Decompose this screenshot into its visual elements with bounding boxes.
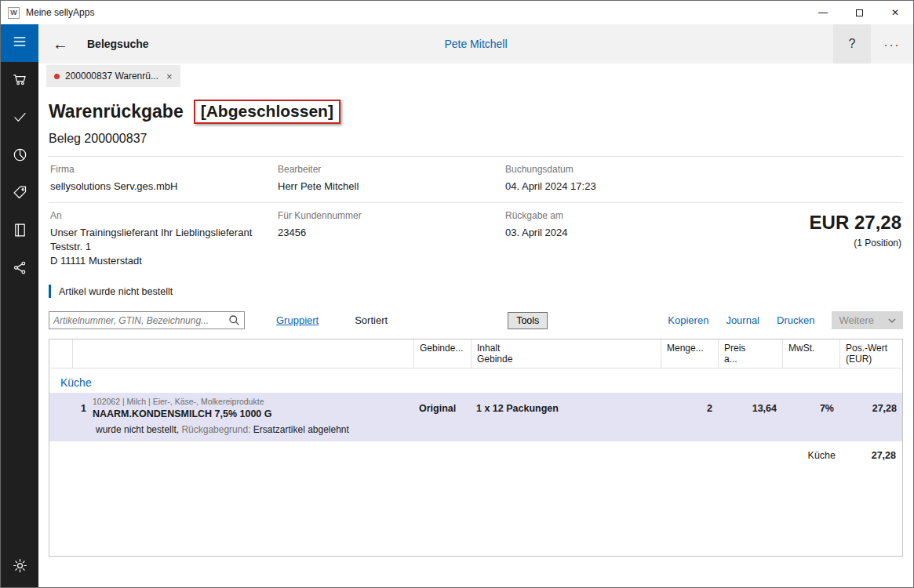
kopieren-link[interactable]: Kopieren	[668, 314, 708, 326]
minimize-button[interactable]: —	[805, 1, 841, 24]
col-header-poswert[interactable]: Pos.-Wert(EUR)	[839, 339, 902, 368]
hint-row: Artikel wurde nicht bestellt	[49, 285, 903, 298]
tab-document[interactable]: 200000837 Warenrü... ×	[46, 65, 180, 87]
row-inhalt: 1 x 12 Packungen	[471, 403, 661, 414]
row-gebinde: Original	[413, 403, 471, 414]
sidebar-item-tasks[interactable]	[1, 100, 38, 137]
tab-bar: 200000837 Warenrü... ×	[38, 64, 913, 89]
field-firma-value: sellysolutions Serv.ges.mbH	[50, 180, 278, 194]
tab-close-icon[interactable]: ×	[166, 71, 173, 82]
col-header-mwst[interactable]: MwSt.	[782, 339, 839, 368]
col-header-preis[interactable]: Preisa...	[718, 339, 782, 368]
row-article-name: NAARM.KONDENSMILCH 7,5% 1000 G	[93, 408, 413, 419]
search-box[interactable]	[49, 311, 245, 329]
document-number: Beleg 200000837	[49, 132, 903, 146]
total-amount: EUR 27,28	[734, 212, 901, 234]
an-line-2: Teststr. 1	[50, 240, 278, 254]
price-tag-icon	[12, 184, 28, 204]
row-note-value: Ersatzartikel abgelehnt	[253, 424, 349, 435]
sidebar-item-settings[interactable]	[1, 548, 38, 586]
col-header-rownum[interactable]	[49, 339, 72, 368]
sidebar-item-share[interactable]	[1, 250, 38, 288]
field-buchungsdatum: Buchungsdatum 04. April 2024 17:23	[505, 164, 734, 194]
field-rueckgabe-value: 03. April 2024	[505, 226, 734, 240]
sidebar	[1, 24, 38, 587]
item-toolbar: Gruppiert Sortiert Tools Kopieren Journa…	[49, 311, 903, 329]
total-positions: (1 Position)	[734, 238, 901, 249]
row-preis: 13,64	[718, 403, 782, 414]
row-note: wurde nicht bestellt, Rückgabegrund: Ers…	[49, 423, 902, 441]
col-header-menge[interactable]: Menge...	[661, 339, 718, 368]
fields-row-1: Firma sellysolutions Serv.ges.mbH Bearbe…	[49, 157, 903, 202]
window-title: Meine sellyApps	[26, 7, 94, 18]
status-badge: [Abgeschlossen]	[194, 100, 340, 124]
field-firma-label: Firma	[50, 164, 278, 175]
field-rueckgabe-label: Rückgabe am	[505, 210, 734, 221]
row-mwst: 7%	[782, 403, 839, 414]
book-icon	[12, 222, 28, 241]
row-description: 102062 | Milch | Eier-, Käse-, Molkereip…	[93, 397, 413, 419]
maximize-icon	[856, 9, 863, 16]
hint-accent-bar	[49, 285, 51, 298]
toolbar-actions: Kopieren Journal Drucken Weitere	[668, 311, 903, 329]
row-menge: 2	[661, 403, 718, 414]
row-category: 102062 | Milch | Eier-, Käse-, Molkereip…	[93, 397, 413, 406]
field-firma: Firma sellysolutions Serv.ges.mbH	[50, 164, 278, 194]
col-header-artikel[interactable]	[72, 339, 413, 368]
page-title: Belegsuche	[87, 38, 149, 50]
field-bearbeiter-label: Bearbeiter	[278, 164, 505, 175]
field-buchungsdatum-value: 04. April 2024 17:23	[505, 180, 734, 194]
document-heading: Warenrückgabe [Abgeschlossen]	[49, 100, 903, 124]
main-column: ← Belegsuche Pete Mitchell ? ··· 2000008…	[38, 24, 913, 587]
sortiert-toggle[interactable]: Sortiert	[355, 314, 388, 326]
maximize-button[interactable]	[841, 1, 877, 24]
sidebar-item-statistics[interactable]	[1, 137, 38, 175]
an-line-3: D 11111 Musterstadt	[50, 254, 278, 268]
hamburger-menu-button[interactable]	[1, 24, 38, 62]
title-bar: W Meine sellyApps — ✕	[1, 1, 913, 24]
pie-chart-icon	[12, 147, 28, 166]
an-line-1: Unser Trainingslieferant Ihr Lieblingsli…	[50, 226, 278, 240]
group-summary-row: Küche 27,28	[49, 441, 902, 466]
more-options-button[interactable]: ···	[871, 24, 913, 64]
gear-icon	[12, 557, 28, 577]
back-button[interactable]: ←	[43, 35, 78, 53]
user-name[interactable]: Pete Mitchell	[444, 38, 507, 50]
search-icon[interactable]	[228, 314, 240, 326]
document-title: Warenrückgabe	[49, 101, 184, 122]
field-kundennummer-value: 23456	[278, 226, 505, 240]
header-actions: ? ···	[833, 24, 913, 64]
chevron-down-icon	[888, 314, 896, 326]
summary-group-label: Küche	[782, 450, 839, 461]
app-window: W Meine sellyApps — ✕	[0, 0, 914, 588]
row-note-label: Rückgabegrund:	[181, 424, 250, 435]
col-header-inhalt[interactable]: InhaltGebinde	[471, 339, 661, 368]
sidebar-item-prices[interactable]	[1, 175, 38, 212]
col-header-gebinde[interactable]: Gebinde...	[413, 339, 471, 368]
row-note-prefix: wurde nicht bestellt,	[96, 424, 179, 435]
document-content: Warenrückgabe [Abgeschlossen] Beleg 2000…	[38, 89, 913, 587]
hamburger-menu-icon	[12, 34, 27, 53]
fields-row-2: An Unser Trainingslieferant Ihr Liebling…	[49, 202, 903, 277]
tab-label: 200000837 Warenrü...	[65, 71, 158, 82]
tools-button[interactable]: Tools	[508, 312, 548, 329]
field-buchungsdatum-label: Buchungsdatum	[505, 164, 734, 175]
sidebar-item-cart[interactable]	[1, 62, 38, 100]
share-icon	[12, 260, 28, 279]
search-input[interactable]	[53, 315, 228, 326]
journal-link[interactable]: Journal	[726, 314, 759, 326]
field-kundennummer: Für Kundennummer 23456	[278, 210, 505, 268]
drucken-link[interactable]: Drucken	[777, 314, 814, 326]
checkmark-icon	[12, 109, 28, 129]
field-bearbeiter: Bearbeiter Herr Pete Mitchell	[278, 164, 505, 194]
gruppiert-toggle[interactable]: Gruppiert	[276, 314, 319, 326]
app-header: ← Belegsuche Pete Mitchell ? ···	[38, 24, 913, 64]
weitere-dropdown-button[interactable]: Weitere	[832, 311, 903, 329]
hint-text: Artikel wurde nicht bestellt	[59, 286, 173, 297]
help-button[interactable]: ?	[833, 24, 871, 64]
sidebar-item-catalog[interactable]	[1, 212, 38, 250]
group-header[interactable]: Küche	[49, 368, 902, 393]
close-button[interactable]: ✕	[877, 1, 913, 24]
row-number: 1	[49, 403, 93, 414]
table-row[interactable]: 1 102062 | Milch | Eier-, Käse-, Molkere…	[49, 393, 902, 423]
